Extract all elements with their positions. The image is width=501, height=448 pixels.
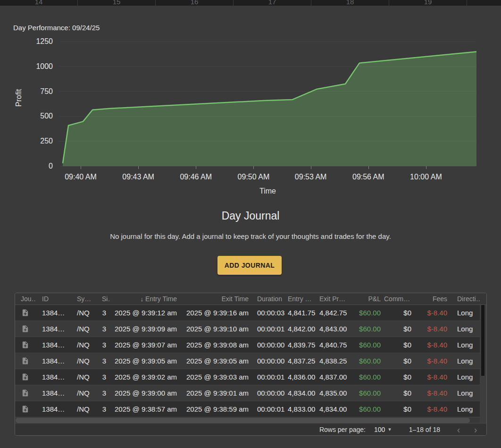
cell-entry_time: 2025 @ 9:39:12 am — [110, 309, 179, 317]
trades-table: Jou…IDSy…Si…↓Entry TimeExit TimeDuration… — [15, 293, 487, 436]
profit-area-chart — [59, 42, 476, 166]
cell-duration: 00:00:00 — [250, 341, 287, 349]
cell-direction: Long — [449, 389, 480, 397]
add-trade-journal-button[interactable] — [20, 307, 31, 319]
column-header-label: Si… — [102, 295, 110, 303]
column-header-entry_time[interactable]: ↓Entry Time — [110, 295, 179, 303]
cell-fees: $-8.40 — [413, 373, 449, 381]
cell-commission: $0 — [383, 405, 413, 413]
x-axis-tickmarks — [59, 166, 476, 169]
cell-duration: 00:00:00 — [250, 357, 287, 365]
cell-symbol: /NQ — [71, 389, 97, 397]
add-trade-journal-button[interactable] — [20, 339, 31, 351]
calendar-day-cell[interactable]: 18 — [311, 0, 389, 6]
trade-row[interactable]: 1384…/NQ32025 @ 9:39:07 am2025 @ 9:39:08… — [15, 337, 480, 353]
y-axis: 025050075010001250 — [0, 42, 53, 166]
trade-row[interactable]: 1384…/NQ32025 @ 9:39:02 am2025 @ 9:39:03… — [15, 369, 480, 385]
cell-exit_time: 2025 @ 9:38:59 am — [179, 405, 250, 413]
column-header-label: ID — [42, 295, 49, 303]
cell-symbol: /NQ — [71, 405, 97, 413]
calendar-day-cell[interactable]: 15 — [78, 0, 156, 6]
column-header-entry_price[interactable]: Entry … — [287, 295, 318, 303]
cell-entry_time: 2025 @ 9:39:02 am — [110, 373, 179, 381]
cell-exit_price: 4,837.00 — [318, 373, 352, 381]
cell-symbol: /NQ — [71, 309, 97, 317]
horizontal-scrollbar-thumb[interactable] — [16, 418, 470, 423]
x-axis-tick-label: 09:43 AM — [122, 173, 154, 181]
cell-pnl: $60.00 — [352, 309, 383, 317]
add-trade-journal-button[interactable] — [20, 355, 31, 367]
chart-title: Day Performance: 09/24/25 — [13, 24, 100, 32]
cell-size: 3 — [97, 373, 110, 381]
column-header-size[interactable]: Si… — [97, 295, 110, 303]
column-header-journal[interactable]: Jou… — [15, 295, 35, 303]
add-trade-journal-button[interactable] — [20, 404, 31, 415]
x-axis-tickmark — [253, 166, 254, 169]
column-header-commission[interactable]: Comm… — [383, 295, 413, 303]
column-header-id[interactable]: ID — [35, 295, 71, 303]
cell-fees: $-8.40 — [413, 389, 449, 397]
note-add-icon — [21, 405, 29, 413]
cell-pnl: $60.00 — [352, 357, 383, 365]
table-pagination-footer: Rows per page: 100 ▾ 1–18 of 18 ‹ › — [15, 423, 486, 435]
add-trade-journal-button[interactable] — [20, 323, 31, 335]
cell-fees: $-8.40 — [413, 341, 449, 349]
cell-size: 3 — [97, 341, 110, 349]
cell-direction: Long — [449, 309, 480, 317]
cell-entry_time: 2025 @ 9:39:07 am — [110, 341, 179, 349]
note-add-icon — [21, 341, 29, 349]
column-header-pnl[interactable]: P&L — [352, 295, 383, 303]
cell-entry_price: 4,842.00 — [287, 325, 318, 333]
cell-duration: 00:00:01 — [250, 405, 287, 413]
calendar-day-cell[interactable]: 19 — [389, 0, 467, 6]
calendar-day-cell[interactable]: 20 — [467, 0, 501, 6]
calendar-day-number: 15 — [113, 0, 121, 6]
rows-per-page-select[interactable]: 100 ▾ — [374, 426, 391, 433]
cell-exit_price: 4,840.75 — [318, 341, 352, 349]
add-trade-journal-button[interactable] — [20, 388, 31, 399]
trade-row[interactable]: 1384…/NQ32025 @ 9:39:00 am2025 @ 9:39:01… — [15, 385, 480, 401]
column-header-fees[interactable]: Fees — [413, 295, 449, 303]
cell-exit_price: 4,835.00 — [318, 389, 352, 397]
column-header-exit_time[interactable]: Exit Time — [179, 295, 250, 303]
trade-row[interactable]: 1384…/NQ32025 @ 9:39:12 am2025 @ 9:39:16… — [15, 305, 480, 321]
y-axis-tick-label: 500 — [0, 111, 53, 121]
previous-page-button[interactable]: ‹ — [453, 425, 464, 434]
column-header-label: Entry Time — [145, 295, 177, 303]
column-header-direction[interactable]: Directi… — [449, 295, 480, 303]
day-journal-empty-message: No journal for this day. Add a journal t… — [0, 232, 501, 240]
x-axis-tickmark — [196, 166, 196, 169]
add-journal-button[interactable]: ADD JOURNAL — [217, 256, 282, 275]
next-page-button[interactable]: › — [470, 425, 481, 434]
calendar-day-cell[interactable]: 17 — [234, 0, 311, 6]
trade-row[interactable]: 1384…/NQ32025 @ 9:38:57 am2025 @ 9:38:59… — [15, 401, 480, 417]
cell-fees: $-8.40 — [413, 357, 449, 365]
column-header-label: Sy… — [77, 295, 91, 303]
calendar-day-cell[interactable]: 16 — [156, 0, 234, 6]
column-header-symbol[interactable]: Sy… — [71, 295, 97, 303]
trade-row[interactable]: 1384…/NQ32025 @ 9:39:05 am2025 @ 9:39:05… — [15, 353, 480, 369]
vertical-scrollbar[interactable] — [480, 305, 486, 423]
y-axis-tick-label: 750 — [0, 87, 53, 96]
vertical-scrollbar-thumb[interactable] — [481, 305, 484, 376]
cell-journal — [15, 323, 35, 335]
dropdown-caret-icon: ▾ — [388, 426, 391, 432]
column-header-exit_price[interactable]: Exit Pr… — [318, 295, 352, 303]
x-axis-tick-label: 09:46 AM — [180, 173, 212, 181]
cell-id: 1384… — [35, 357, 71, 365]
add-trade-journal-button[interactable] — [20, 372, 31, 383]
cell-id: 1384… — [35, 341, 71, 349]
cell-exit_time: 2025 @ 9:39:01 am — [179, 389, 250, 397]
profit-area-fill — [63, 52, 476, 167]
cell-entry_time: 2025 @ 9:39:00 am — [110, 389, 179, 397]
trade-row[interactable]: 1384…/NQ32025 @ 9:39:09 am2025 @ 9:39:10… — [15, 321, 480, 337]
cell-exit_price: 4,838.25 — [318, 357, 352, 365]
note-add-icon — [21, 325, 29, 333]
calendar-day-cell[interactable]: 14 — [0, 0, 78, 6]
cell-size: 3 — [97, 389, 110, 397]
cell-exit_price: 4,843.00 — [318, 325, 352, 333]
x-axis-tickmark — [311, 166, 311, 169]
cell-fees: $-8.40 — [413, 325, 449, 333]
column-header-duration[interactable]: Duration — [250, 295, 287, 303]
x-axis-tick-label: 10:00 AM — [410, 173, 442, 181]
